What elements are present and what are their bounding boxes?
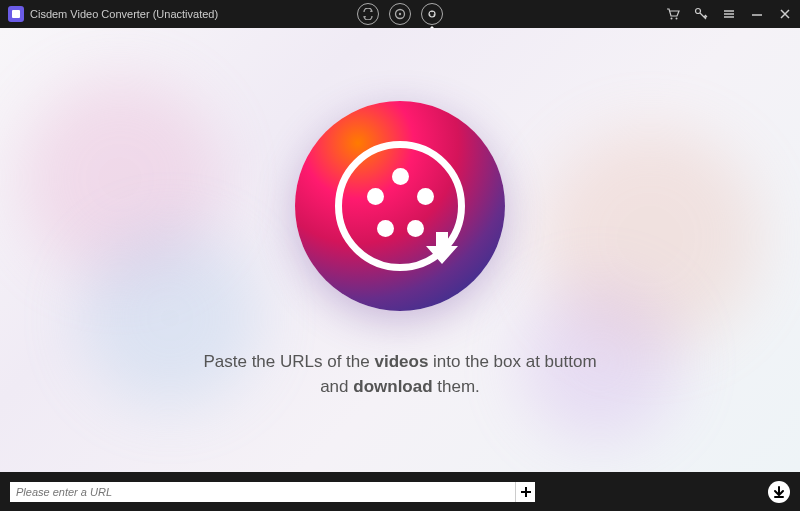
instruction-part: them. bbox=[433, 377, 480, 396]
download-button[interactable] bbox=[768, 481, 790, 503]
film-reel-icon bbox=[335, 141, 465, 271]
instruction-bold: download bbox=[353, 377, 432, 396]
svg-point-5 bbox=[433, 14, 435, 16]
plus-icon bbox=[520, 486, 532, 498]
menu-button[interactable] bbox=[722, 7, 736, 21]
svg-point-1 bbox=[399, 13, 401, 15]
bottom-toolbar bbox=[0, 472, 800, 511]
cart-button[interactable] bbox=[666, 7, 680, 21]
svg-point-7 bbox=[676, 18, 678, 20]
film-download-icon bbox=[426, 8, 438, 20]
menu-icon bbox=[722, 7, 736, 21]
disc-icon bbox=[394, 8, 406, 20]
download-mode-tab[interactable] bbox=[421, 3, 443, 25]
url-field bbox=[10, 482, 535, 502]
close-icon bbox=[778, 7, 792, 21]
instruction-part: into the box at buttom bbox=[428, 352, 596, 371]
svg-point-8 bbox=[696, 9, 701, 14]
close-button[interactable] bbox=[778, 7, 792, 21]
add-url-button[interactable] bbox=[515, 482, 535, 502]
svg-point-6 bbox=[671, 18, 673, 20]
window-title: Cisdem Video Converter (Unactivated) bbox=[30, 8, 218, 20]
key-icon bbox=[694, 7, 708, 21]
main-content: Paste the URLs of the videos into the bo… bbox=[0, 28, 800, 472]
svg-point-4 bbox=[429, 14, 431, 16]
mode-tabs bbox=[357, 3, 443, 25]
disc-mode-tab[interactable] bbox=[389, 3, 411, 25]
instruction-part: Paste the URLs of the bbox=[203, 352, 374, 371]
activate-button[interactable] bbox=[694, 7, 708, 21]
minimize-icon bbox=[750, 7, 764, 21]
instruction-bold: videos bbox=[374, 352, 428, 371]
download-arrow-icon bbox=[418, 224, 466, 272]
hero-circle bbox=[295, 101, 505, 311]
window-controls bbox=[666, 7, 792, 21]
instruction-text: Paste the URLs of the videos into the bo… bbox=[203, 349, 596, 400]
app-logo-icon bbox=[8, 6, 24, 22]
hero-graphic bbox=[295, 101, 505, 311]
titlebar: Cisdem Video Converter (Unactivated) bbox=[0, 0, 800, 28]
instruction-part: and bbox=[320, 377, 353, 396]
convert-icon bbox=[362, 8, 374, 20]
download-icon bbox=[773, 486, 785, 498]
convert-mode-tab[interactable] bbox=[357, 3, 379, 25]
minimize-button[interactable] bbox=[750, 7, 764, 21]
url-input[interactable] bbox=[10, 482, 515, 502]
svg-point-3 bbox=[431, 11, 433, 13]
cart-icon bbox=[666, 7, 680, 21]
